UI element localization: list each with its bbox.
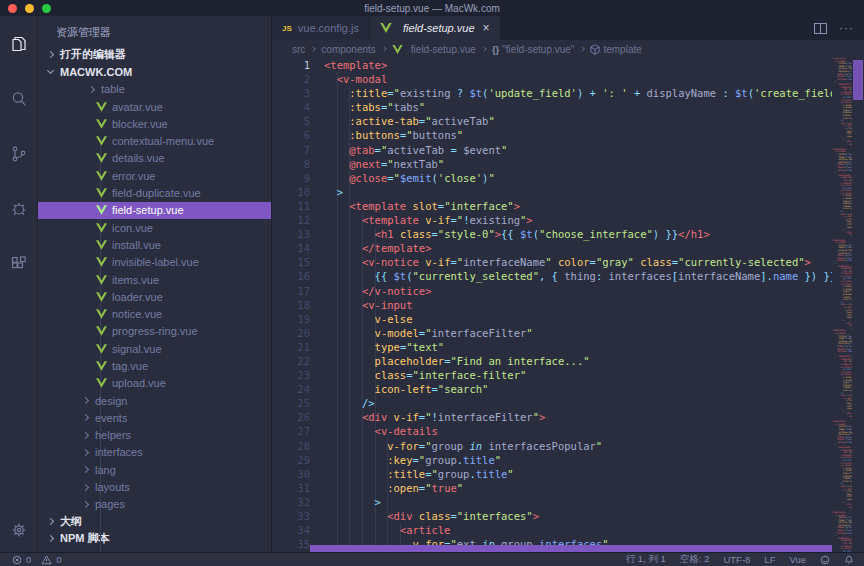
breadcrumb-item-field-setup.vue[interactable]: {}"field-setup.vue": [492, 44, 575, 55]
code-line-10[interactable]: 10 >: [272, 185, 832, 199]
files-icon[interactable]: [0, 16, 38, 71]
indentation[interactable]: 空格: 2: [680, 553, 710, 566]
code-line-25[interactable]: 25 />: [272, 396, 832, 410]
error-icon[interactable]: [12, 555, 22, 565]
extensions-icon[interactable]: [0, 236, 38, 291]
code-line-12[interactable]: 12 <template v-if="!existing">: [272, 213, 832, 227]
tree-item-contextual-menu.vue[interactable]: contextual-menu.vue: [38, 132, 271, 149]
code-line-31[interactable]: 31 :open="true": [272, 481, 832, 495]
vue-file-icon: [96, 309, 112, 319]
code-line-28[interactable]: 28 v-for="group in interfacesPopular": [272, 439, 832, 453]
code-line-text: :title="existing ? $t('update_field') + …: [310, 86, 832, 100]
tree-item-design[interactable]: design: [38, 392, 271, 409]
tree-item-items.vue[interactable]: items.vue: [38, 271, 271, 288]
tree-item-lang[interactable]: lang: [38, 461, 271, 478]
tree-item-field-setup.vue[interactable]: field-setup.vue: [38, 202, 271, 219]
code-line-8[interactable]: 8 @next="nextTab": [272, 157, 832, 171]
tab-vue.config.js[interactable]: JSvue.config.js: [272, 16, 369, 40]
tree-item-tag.vue[interactable]: tag.vue: [38, 357, 271, 374]
code-line-33[interactable]: 33 <div class="interfaces">: [272, 509, 832, 523]
code-line-17[interactable]: 17 </v-notice>: [272, 284, 832, 298]
code-line-3[interactable]: 3 :title="existing ? $t('update_field') …: [272, 86, 832, 100]
code-line-23[interactable]: 23 class="interface-filter": [272, 368, 832, 382]
code-line-16[interactable]: 16 {{ $t("currently_selected", { thing: …: [272, 269, 832, 283]
sidebar-section-打开的编辑器[interactable]: 打开的编辑器: [38, 46, 271, 63]
debug-icon[interactable]: [0, 181, 38, 236]
code-line-5[interactable]: 5 :active-tab="activeTab": [272, 114, 832, 128]
bell-icon[interactable]: [844, 555, 854, 565]
code-line-22[interactable]: 22 placeholder="Find an interface...": [272, 354, 832, 368]
eol-sequence[interactable]: LF: [764, 554, 775, 565]
minimize-window-button[interactable]: [25, 4, 34, 13]
tree-item-progress-ring.vue[interactable]: progress-ring.vue: [38, 323, 271, 340]
tree-item-table[interactable]: table: [38, 81, 271, 98]
code-line-27[interactable]: 27 <v-details: [272, 424, 832, 438]
error-count[interactable]: 0: [26, 554, 31, 565]
sidebar-section-NPM 脚本[interactable]: NPM 脚本: [38, 530, 271, 547]
close-window-button[interactable]: [8, 4, 17, 13]
tree-item-signal.vue[interactable]: signal.vue: [38, 340, 271, 357]
tree-item-error.vue[interactable]: error.vue: [38, 167, 271, 184]
close-icon[interactable]: ×: [483, 21, 490, 35]
tree-item-events[interactable]: events: [38, 409, 271, 426]
breadcrumb-item-template[interactable]: template: [590, 44, 641, 55]
code-line-13[interactable]: 13 <h1 class="style-0">{{ $t("choose_int…: [272, 227, 832, 241]
code-line-26[interactable]: 26 <div v-if="!interfaceFilter">: [272, 410, 832, 424]
code-line-11[interactable]: 11 <template slot="interface">: [272, 199, 832, 213]
code-line-2[interactable]: 2 <v-modal: [272, 72, 832, 86]
feedback-smiley-icon[interactable]: [820, 555, 830, 565]
code-line-19[interactable]: 19 v-else: [272, 312, 832, 326]
tree-item-helpers[interactable]: helpers: [38, 427, 271, 444]
vertical-scrollbar[interactable]: [852, 58, 864, 552]
sidebar-section-大纲[interactable]: 大纲: [38, 513, 271, 530]
source-control-icon[interactable]: [0, 126, 38, 181]
tree-item-upload.vue[interactable]: upload.vue: [38, 375, 271, 392]
encoding[interactable]: UTF-8: [723, 554, 750, 565]
tree-item-install.vue[interactable]: install.vue: [38, 236, 271, 253]
code-editor[interactable]: 1<template>2 <v-modal3 :title="existing …: [272, 58, 864, 552]
warning-count[interactable]: 0: [56, 554, 61, 565]
tree-item-notice.vue[interactable]: notice.vue: [38, 305, 271, 322]
code-line-15[interactable]: 15 <v-notice v-if="interfaceName" color=…: [272, 255, 832, 269]
tree-item-field-duplicate.vue[interactable]: field-duplicate.vue: [38, 184, 271, 201]
tree-item-details.vue[interactable]: details.vue: [38, 150, 271, 167]
code-line-24[interactable]: 24 icon-left="search": [272, 382, 832, 396]
code-line-20[interactable]: 20 v-model="interfaceFilter": [272, 326, 832, 340]
sidebar-section-MACWK.COM[interactable]: MACWK.COM: [38, 63, 271, 80]
tree-item-invisible-label.vue[interactable]: invisible-label.vue: [38, 254, 271, 271]
tree-item-pages[interactable]: pages: [38, 496, 271, 513]
code-line-4[interactable]: 4 :tabs="tabs": [272, 100, 832, 114]
code-line-6[interactable]: 6 :buttons="buttons": [272, 128, 832, 142]
breadcrumb-item-src[interactable]: src: [292, 44, 305, 55]
code-line-21[interactable]: 21 type="text": [272, 340, 832, 354]
cursor-position[interactable]: 行 1, 列 1: [626, 553, 666, 566]
breadcrumb-item-components[interactable]: components: [321, 44, 375, 55]
tree-item-icon.vue[interactable]: icon.vue: [38, 219, 271, 236]
code-line-18[interactable]: 18 <v-input: [272, 298, 832, 312]
minimap[interactable]: <template> <v-modal :title="existing ? $…: [832, 58, 852, 552]
code-line-7[interactable]: 7 @tab="activeTab = $event": [272, 143, 832, 157]
code-line-14[interactable]: 14 </template>: [272, 241, 832, 255]
tree-item-loader.vue[interactable]: loader.vue: [38, 288, 271, 305]
code-line-29[interactable]: 29 :key="group.title": [272, 453, 832, 467]
language-mode[interactable]: Vue: [789, 554, 806, 565]
code-line-1[interactable]: 1<template>: [272, 58, 832, 72]
zoom-window-button[interactable]: [42, 4, 51, 13]
tree-item-layouts[interactable]: layouts: [38, 478, 271, 495]
tree-item-interfaces[interactable]: interfaces: [38, 444, 271, 461]
code-line-30[interactable]: 30 :title="group.title": [272, 467, 832, 481]
code-line-34[interactable]: 34 <article: [272, 523, 832, 537]
split-editor-icon[interactable]: [814, 23, 827, 34]
tab-field-setup.vue[interactable]: field-setup.vue×: [370, 16, 500, 40]
search-icon[interactable]: [0, 71, 38, 126]
breadcrumb-item-field-setup.vue[interactable]: field-setup.vue: [392, 44, 476, 55]
warning-icon[interactable]: [41, 555, 52, 565]
more-actions-icon[interactable]: ···: [839, 21, 854, 35]
horizontal-scrollbar[interactable]: [310, 545, 832, 553]
gear-icon[interactable]: [0, 508, 38, 552]
tree-item-blocker.vue[interactable]: blocker.vue: [38, 115, 271, 132]
code-line-32[interactable]: 32 >: [272, 495, 832, 509]
vertical-scrollbar-thumb[interactable]: [853, 60, 863, 100]
code-line-9[interactable]: 9 @close="$emit('close')": [272, 171, 832, 185]
tree-item-avatar.vue[interactable]: avatar.vue: [38, 98, 271, 115]
